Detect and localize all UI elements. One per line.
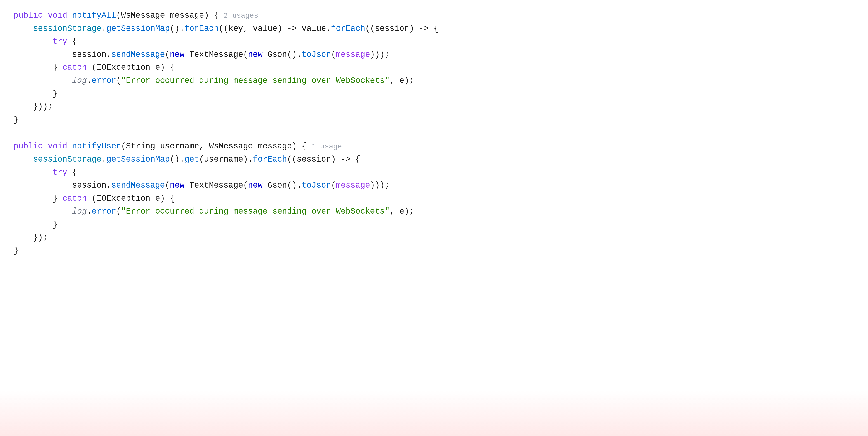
code-line: try { <box>13 35 855 48</box>
code-token-plain: ))); <box>370 50 390 59</box>
code-token-plain: } <box>13 246 19 255</box>
code-token-plain: { <box>67 168 77 177</box>
code-token-plain: (WsMessage message) { <box>116 11 223 20</box>
code-line: log.error("Error occurred during message… <box>13 205 855 218</box>
indent <box>13 50 72 59</box>
code-token-kw-purple: try <box>53 37 67 46</box>
code-token-plain: })); <box>33 102 53 111</box>
code-token-plain: (IOException e) { <box>87 63 175 72</box>
code-line: sessionStorage.getSessionMap().forEach((… <box>13 22 855 35</box>
code-token-plain: ( <box>116 76 121 85</box>
code-token-method-teal: sessionStorage <box>33 24 101 33</box>
code-token-plain: . <box>101 24 106 33</box>
code-token-plain: } <box>53 63 62 72</box>
code-token-plain: ( <box>116 207 121 216</box>
code-token-plain: . <box>101 155 106 164</box>
code-token-method-teal: sessionStorage <box>33 155 101 164</box>
code-token-method-blue: forEach <box>184 24 219 33</box>
code-token-method-blue: error <box>92 207 116 216</box>
code-token-method-blue: toJson <box>302 181 331 190</box>
code-token-method-blue: getSessionMap <box>106 24 170 33</box>
indent <box>13 194 53 203</box>
code-token-kw-blue: new <box>170 181 184 190</box>
code-token-plain: ( <box>165 181 170 190</box>
code-line: public void notifyAll(WsMessage message)… <box>13 9 855 22</box>
code-line: } catch (IOException e) { <box>13 61 855 74</box>
code-line: session.sendMessage(new TextMessage(new … <box>13 48 855 61</box>
code-line: log.error("Error occurred during message… <box>13 74 855 87</box>
code-token-plain: session. <box>72 50 111 59</box>
code-line: session.sendMessage(new TextMessage(new … <box>13 179 855 192</box>
code-token-param-purple: message <box>336 50 370 59</box>
code-token-plain: ((session) -> { <box>287 155 360 164</box>
code-token-plain: TextMessage( <box>184 181 248 190</box>
code-line: sessionStorage.getSessionMap().get(usern… <box>13 153 855 166</box>
code-token-plain: Gson(). <box>263 181 302 190</box>
code-token-usages-gray: 2 usages <box>223 11 258 20</box>
code-line: public void notifyUser(String username, … <box>13 140 855 153</box>
indent <box>13 102 33 111</box>
indent <box>13 76 72 85</box>
indent <box>13 89 53 98</box>
code-token-kw-purple: catch <box>62 194 87 203</box>
code-token-kw-purple: catch <box>62 63 87 72</box>
code-token-plain: (IOException e) { <box>87 194 175 203</box>
code-token-plain: (). <box>170 155 184 164</box>
code-token-plain: ( <box>331 181 336 190</box>
code-token-plain: } <box>53 89 58 98</box>
code-token-log-italic: log <box>72 76 87 85</box>
code-token-plain <box>43 142 48 151</box>
code-token-plain: , e); <box>390 76 414 85</box>
code-token-method-blue: notifyUser <box>72 142 121 151</box>
indent <box>13 63 53 72</box>
code-token-param-purple: message <box>336 181 370 190</box>
code-token-plain: TextMessage( <box>184 50 248 59</box>
code-token-method-blue: sendMessage <box>111 181 165 190</box>
indent <box>13 181 72 190</box>
code-token-kw-purple: void <box>48 142 67 151</box>
code-token-plain: ((key, value) -> value. <box>219 24 331 33</box>
code-token-method-blue: get <box>184 155 199 164</box>
code-token-usages-gray: 1 usage <box>311 142 342 151</box>
code-token-plain: { <box>67 37 77 46</box>
code-token-kw-purple: void <box>48 11 67 20</box>
indent <box>13 220 53 229</box>
code-token-plain: (username). <box>199 155 253 164</box>
code-editor: public void notifyAll(WsMessage message)… <box>0 0 868 436</box>
code-token-plain: } <box>13 115 19 124</box>
code-token-kw-blue: new <box>170 50 184 59</box>
code-token-string-green: "Error occurred during message sending o… <box>121 76 390 85</box>
code-token-plain <box>43 11 48 20</box>
code-line: } <box>13 113 855 126</box>
code-block-2: public void notifyUser(String username, … <box>13 140 855 257</box>
code-token-kw-blue: new <box>248 50 263 59</box>
code-token-plain: . <box>87 207 92 216</box>
code-token-plain: } <box>53 194 62 203</box>
code-token-method-blue: forEach <box>331 24 365 33</box>
code-token-plain: ( <box>331 50 336 59</box>
indent <box>13 233 33 242</box>
code-token-plain: Gson(). <box>263 50 302 59</box>
indent <box>13 37 53 46</box>
code-token-plain: (). <box>170 24 184 33</box>
code-token-kw-purple: public <box>13 11 43 20</box>
code-token-method-blue: getSessionMap <box>106 155 170 164</box>
code-line: } <box>13 218 855 231</box>
code-token-kw-purple: try <box>53 168 67 177</box>
indent <box>13 24 33 33</box>
code-token-plain <box>67 142 72 151</box>
code-token-plain: ( <box>165 50 170 59</box>
indent <box>13 155 33 164</box>
code-token-plain: } <box>53 220 58 229</box>
code-token-method-blue: forEach <box>253 155 287 164</box>
code-token-plain: ((session) -> { <box>365 24 438 33</box>
code-token-plain: . <box>87 76 92 85</box>
code-token-plain: session. <box>72 181 111 190</box>
code-token-string-green: "Error occurred during message sending o… <box>121 207 390 216</box>
code-token-plain <box>67 11 72 20</box>
code-line: } <box>13 87 855 100</box>
code-token-log-italic: log <box>72 207 87 216</box>
indent <box>13 207 72 216</box>
code-token-method-blue: toJson <box>302 50 331 59</box>
code-token-plain: (String username, WsMessage message) { <box>121 142 311 151</box>
